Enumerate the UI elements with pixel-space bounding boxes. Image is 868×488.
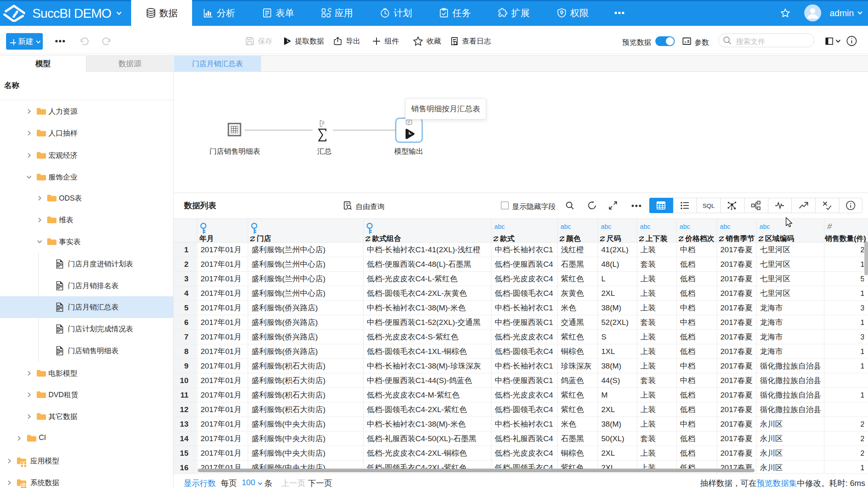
svg-text:x: x xyxy=(684,39,686,44)
